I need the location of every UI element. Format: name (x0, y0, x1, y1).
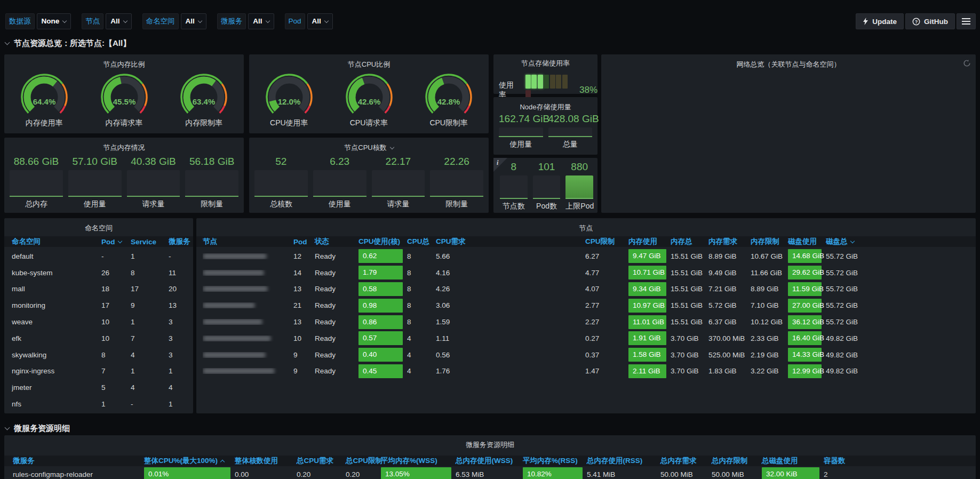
panel-node-memory-ratio: 节点内存比例 64.4%内存使用率45.5%内存请求率63.4%内存限制率 (4, 54, 244, 133)
panel-title[interactable]: 微服务资源明细 (4, 440, 976, 450)
variable-label-5[interactable]: Pod (285, 13, 305, 29)
gauge-label: 内存请求率 (84, 118, 164, 128)
micro-col-微服务[interactable]: 微服务 (13, 456, 144, 466)
micro-col-容器数[interactable]: 容器数 (824, 456, 976, 466)
node-col-内存总[interactable]: 内存总 (671, 237, 708, 246)
panel-title[interactable]: 节点CPU核数 (249, 143, 489, 153)
node-col-Pod[interactable]: Pod (293, 238, 315, 246)
panel-title[interactable]: 节点内存比例 (4, 60, 244, 69)
hamburger-menu-icon (962, 18, 970, 25)
variable-label-1[interactable]: 数据源 (5, 13, 35, 29)
micro-col-整体CPU%(最大100%)[interactable]: 整体CPU%(最大100%) (144, 456, 235, 466)
cell-cpu_use: 0.40 (358, 348, 407, 362)
stat-label: 使用量 (499, 140, 543, 149)
cell-cpu_req: 3.06 (436, 301, 585, 309)
table-row: 9Ready0.4541.761.472.11 GiB3.70 GiB1.83 … (196, 363, 976, 380)
ns-col-Service[interactable]: Service (131, 238, 169, 246)
gauge-内存使用率: 64.4%内存使用率 (4, 74, 84, 128)
column-label: 命名空间 (12, 237, 41, 246)
node-col-节点[interactable]: 节点 (203, 237, 293, 246)
stat-sparkline (372, 170, 425, 197)
row-header-microservice-detail[interactable]: 微服务资源明细 (5, 422, 70, 434)
node-col-CPU需求[interactable]: CPU需求 (436, 237, 585, 246)
led-cell (550, 75, 555, 89)
cell-mem_lim: 10.12 GiB (751, 318, 788, 326)
node-col-状态[interactable]: 状态 (315, 237, 358, 246)
micro-col-总磁盘使用[interactable]: 总磁盘使用 (762, 456, 824, 466)
micro-col-总内存限制[interactable]: 总内存限制 (712, 456, 762, 466)
micro-col-总CPU需求[interactable]: 总CPU需求 (297, 456, 346, 466)
cell-containers: 2 (824, 470, 976, 478)
stat-节点数: 8节点数 (500, 161, 528, 211)
micro-col-平均内存%(WSS)[interactable]: 平均内存%(WSS) (381, 456, 456, 466)
cell-name: nginx-ingress (12, 367, 101, 375)
node-col-磁盘总[interactable]: 磁盘总 (826, 237, 976, 246)
micro-col-总CPU限制[interactable]: 总CPU限制 (346, 456, 381, 466)
micro-col-总内存需求[interactable]: 总内存需求 (660, 456, 712, 466)
node-col-内存使用[interactable]: 内存使用 (628, 237, 671, 246)
variable-select-2[interactable]: All (106, 13, 131, 29)
cell-name: weave (12, 318, 101, 326)
ns-col-命名空间[interactable]: 命名空间 (12, 237, 101, 246)
micro-col-平均内存%(RSS)[interactable]: 平均内存%(RSS) (523, 456, 587, 466)
panel-title[interactable]: 节点存储使用率 (493, 59, 597, 68)
cell-cpu_lim: 0.20 (346, 470, 381, 478)
value-cell-green: 27.00 GiB (788, 299, 822, 313)
variable-select-5[interactable]: All (307, 13, 333, 29)
micro-col-总内存使用(WSS)[interactable]: 总内存使用(WSS) (456, 456, 523, 466)
value-cell-green: 0.98 (358, 299, 403, 313)
gauge-arc: 63.4% (169, 74, 238, 116)
cell-cpu_total: 8 (407, 301, 436, 309)
ns-col-微服务[interactable]: 微服务 (169, 237, 193, 246)
update-label: Update (872, 18, 897, 26)
variable-label-4[interactable]: 微服务 (217, 13, 246, 29)
cell-name: mall (12, 285, 101, 293)
table-row: 12Ready0.6285.666.279.47 GiB15.51 GiB8.8… (196, 248, 976, 265)
cell-disk_use: 14.33 GiB (788, 348, 826, 362)
stat-value: 57.10 GiB (68, 156, 122, 167)
micro-col-总内存使用(RSS)[interactable]: 总内存使用(RSS) (587, 456, 660, 466)
node-col-CPU使用(核)[interactable]: CPU使用(核) (358, 237, 407, 246)
variable-label-2[interactable]: 节点 (82, 13, 103, 29)
cell-mem_lim: 10.67 GiB (751, 252, 788, 260)
node-col-磁盘使用[interactable]: 磁盘使用 (788, 237, 826, 246)
panel-title[interactable]: 命名空间 (4, 223, 193, 233)
variable-label-3[interactable]: 命名空间 (142, 13, 179, 29)
dashboard-menu-button[interactable] (957, 13, 976, 29)
stat-sparkline (565, 175, 593, 199)
row-header-node-overview[interactable]: 节点资源总览：所选节点:【All】 (5, 37, 131, 49)
panel-title[interactable]: 节点内存情况 (4, 143, 244, 153)
update-button[interactable]: Update (856, 13, 904, 29)
gauge-arc: 45.5% (90, 74, 159, 116)
cell-mem_req: 9.49 GiB (708, 269, 751, 277)
panel-title[interactable]: 节点CPU比例 (249, 60, 489, 69)
stat-sparkline (10, 170, 63, 197)
cell-mem_total: 15.51 GiB (671, 269, 708, 277)
refresh-icon[interactable] (963, 59, 971, 67)
cell-disk_total: 49.82 GiB (826, 334, 976, 342)
variable-select-3[interactable]: All (181, 13, 206, 29)
panel-title[interactable]: Node存储使用量 (493, 102, 597, 112)
cell-disk_total: 49.82 GiB (826, 351, 976, 359)
panel-title[interactable]: 节点 (196, 223, 976, 233)
micro-col-整体核数使用[interactable]: 整体核数使用 (235, 456, 297, 466)
column-label: 总CPU限制 (346, 456, 383, 466)
cell-service: 4 (131, 384, 169, 392)
node-col-CPU总[interactable]: CPU总 (407, 237, 436, 246)
variable-select-4[interactable]: All (248, 13, 274, 29)
node-col-内存需求[interactable]: 内存需求 (708, 237, 751, 246)
cell-mem_req: 1.83 GiB (708, 367, 751, 375)
panel-microservice-table: 微服务资源明细 微服务整体CPU%(最大100%)整体核数使用总CPU需求总CP… (4, 435, 976, 479)
variable-group: 命名空间All (142, 13, 206, 29)
value-cell-green: 11.59 GiB (788, 282, 822, 296)
github-button[interactable]: ? GitHub (905, 13, 955, 29)
cell-name: monitoring (12, 301, 101, 309)
ns-col-Pod[interactable]: Pod (101, 238, 131, 246)
stat-请求量: 22.17请求量 (372, 156, 425, 209)
led-cell (525, 75, 531, 89)
panel-title[interactable]: 网络总览（关联节点与命名空间） (601, 60, 976, 69)
node-col-CPU限制[interactable]: CPU限制 (585, 237, 628, 246)
cell-pod: 9 (293, 351, 315, 359)
variable-select-1[interactable]: None (37, 13, 71, 29)
node-col-内存限制[interactable]: 内存限制 (751, 237, 788, 246)
